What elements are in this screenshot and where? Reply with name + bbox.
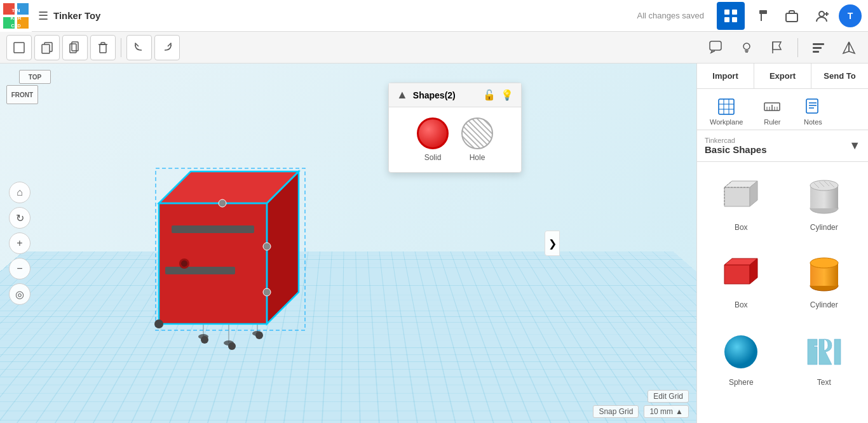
svg-point-90 <box>810 258 838 268</box>
menu-icon[interactable]: ☰ <box>38 9 48 23</box>
shape-item-text-blue[interactable]: Text <box>788 325 861 392</box>
svg-rect-11 <box>759 10 767 14</box>
shapes-panel-collapse-btn[interactable]: ▲ <box>397 88 408 102</box>
rotate-btn[interactable]: ↻ <box>9 207 31 229</box>
hole-circle <box>461 117 493 149</box>
briefcase-btn[interactable] <box>778 2 806 30</box>
fit-btn[interactable]: ◎ <box>9 283 31 305</box>
shape-item-sphere-blue[interactable]: Sphere <box>705 325 778 392</box>
hole-label: Hole <box>470 153 485 162</box>
eye-icon[interactable]: 💡 <box>501 89 513 101</box>
main: TOP FRONT ⌂ ↻ + − ◎ <box>0 64 868 423</box>
svg-point-51 <box>263 288 271 296</box>
avatar-btn[interactable]: T <box>839 4 862 27</box>
tab-ruler[interactable]: Ruler <box>753 94 791 130</box>
text-blue-img <box>799 330 850 374</box>
svg-point-26 <box>743 43 750 50</box>
project-name[interactable]: Tinker Toy <box>53 10 100 21</box>
export-btn[interactable]: Export <box>754 64 811 88</box>
svg-rect-25 <box>710 41 721 50</box>
3d-object-svg <box>140 140 318 356</box>
svg-rect-21 <box>70 44 76 53</box>
snap-value[interactable]: 10 mm ▲ <box>644 405 689 418</box>
box-gray-img <box>715 175 766 219</box>
lock-icon[interactable]: 🔓 <box>483 89 496 101</box>
svg-rect-22 <box>100 44 106 53</box>
svg-point-53 <box>154 319 163 328</box>
solid-shape-option[interactable]: Solid <box>417 117 449 162</box>
copy-btn[interactable] <box>34 35 60 60</box>
svg-rect-24 <box>101 43 105 44</box>
svg-rect-13 <box>786 13 797 22</box>
shape-item-box-gray[interactable]: Box <box>705 170 778 237</box>
tab-notes[interactable]: Notes <box>794 94 832 130</box>
import-btn[interactable]: Import <box>697 64 754 88</box>
svg-point-54 <box>201 336 208 344</box>
object-area <box>140 140 318 358</box>
snap-grid-label: Snap Grid <box>593 405 639 418</box>
svg-text:TIN: TIN <box>12 8 20 13</box>
view-cube[interactable]: TOP FRONT <box>6 70 57 121</box>
box-gray-label: Box <box>735 223 748 232</box>
svg-rect-8 <box>732 10 737 15</box>
category-dropdown[interactable]: Tinkercad Basic Shapes <box>705 137 767 155</box>
svg-rect-19 <box>42 44 50 53</box>
zoom-out-btn[interactable]: − <box>9 258 31 279</box>
svg-rect-9 <box>724 17 729 22</box>
category-dropdown-arrow[interactable]: ▼ <box>849 139 860 152</box>
shape-item-cylinder-gray[interactable]: Cylinder <box>788 170 861 237</box>
svg-marker-31 <box>843 42 849 53</box>
hole-shape-option[interactable]: Hole <box>461 117 493 162</box>
speech-bubble-btn[interactable] <box>703 35 729 60</box>
flip-btn[interactable] <box>836 35 862 60</box>
sphere-blue-label: Sphere <box>729 378 754 387</box>
svg-rect-12 <box>761 13 762 21</box>
tab-workplane[interactable]: Workplane <box>702 94 750 130</box>
svg-point-52 <box>219 199 226 207</box>
shape-item-cylinder-orange[interactable]: Cylinder <box>788 247 861 314</box>
all-changes-saved: All changes saved <box>637 11 717 20</box>
align-btn[interactable] <box>806 35 831 60</box>
cylinder-orange-img <box>799 252 850 297</box>
grid-canvas <box>0 252 696 423</box>
svg-rect-29 <box>813 47 822 49</box>
bottom-bar: Edit Grid Snap Grid 10 mm ▲ <box>593 390 689 418</box>
cylinder-orange-label: Cylinder <box>810 300 838 309</box>
solid-label: Solid <box>424 153 442 162</box>
zoom-in-btn[interactable]: + <box>9 232 31 254</box>
hammer-btn[interactable] <box>747 2 775 30</box>
toolbar-right <box>703 35 862 60</box>
project-name-area: ☰ Tinker Toy <box>32 9 107 23</box>
canvas-area[interactable]: TOP FRONT ⌂ ↻ + − ◎ <box>0 64 696 423</box>
undo-btn[interactable] <box>126 35 152 60</box>
delete-btn[interactable] <box>90 35 116 60</box>
sphere-blue-img <box>715 330 766 374</box>
svg-point-55 <box>228 342 236 350</box>
shapes-panel: ▲ Shapes(2) 🔓 💡 Solid Hole <box>388 83 522 173</box>
collapse-sidebar-btn[interactable]: ❯ <box>545 231 560 256</box>
edit-grid-btn[interactable]: Edit Grid <box>648 390 689 403</box>
grid-view-btn[interactable] <box>717 2 745 30</box>
logo[interactable]: TIN KER CAD <box>0 0 32 32</box>
svg-rect-20 <box>72 42 78 51</box>
home-btn[interactable]: ⌂ <box>9 182 31 203</box>
toolbar-separator-2 <box>797 38 798 57</box>
shapes-grid: Box <box>697 162 868 399</box>
shapes-panel-title: Shapes(2) <box>413 90 478 100</box>
add-user-btn[interactable] <box>808 2 836 30</box>
new-btn[interactable] <box>6 35 32 60</box>
duplicate-btn[interactable] <box>62 35 88 60</box>
send-to-btn[interactable]: Send To <box>811 64 868 88</box>
notes-icon <box>804 98 822 116</box>
ruler-tab-label: Ruler <box>764 118 780 126</box>
flag-btn[interactable] <box>764 35 790 60</box>
svg-marker-85 <box>724 265 750 284</box>
redo-btn[interactable] <box>154 35 180 60</box>
cube-top-face[interactable]: TOP <box>19 70 51 84</box>
svg-text:KER: KER <box>11 15 22 21</box>
shapes-panel-icons: 🔓 💡 <box>483 89 513 101</box>
cube-front-face[interactable]: FRONT <box>6 85 38 104</box>
lightbulb-btn[interactable] <box>734 35 759 60</box>
shape-item-box-red[interactable]: Box <box>705 247 778 314</box>
category-provider: Tinkercad <box>705 137 767 144</box>
